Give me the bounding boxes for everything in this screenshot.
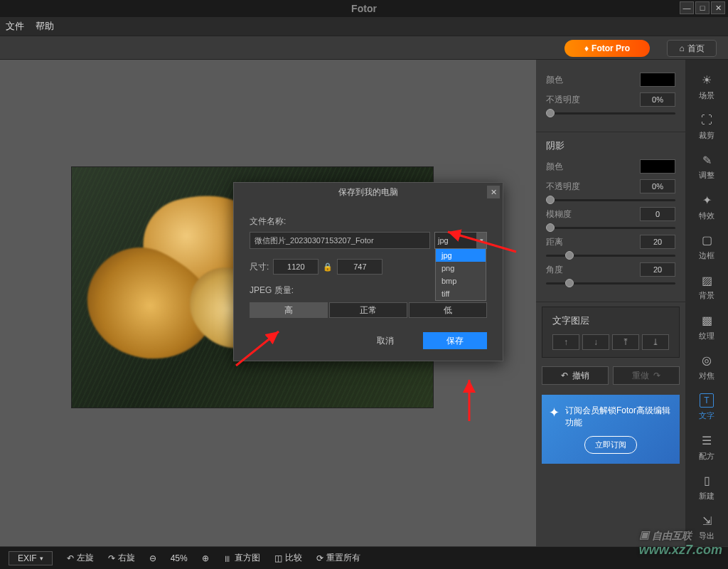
rail-adjust[interactable]: ✎调整 xyxy=(690,149,724,186)
sparkle-icon: ✦ xyxy=(549,405,560,420)
lock-icon[interactable]: 🔒 xyxy=(323,262,333,272)
rail-recipe[interactable]: ☰配方 xyxy=(690,429,724,466)
filename-label: 文件名称: xyxy=(250,216,487,228)
undo-button[interactable]: ↶ 撤销 xyxy=(542,366,609,385)
layers-header: 文字图层 xyxy=(552,314,669,327)
quality-high-button[interactable]: 高 xyxy=(250,302,328,318)
layer-down-button[interactable]: ↓ xyxy=(582,334,609,350)
diamond-icon: ♦ xyxy=(584,43,589,53)
redo-label: 重做 xyxy=(632,370,649,382)
angle-value[interactable]: 20 xyxy=(640,262,675,277)
opacity-value[interactable]: 0% xyxy=(640,92,675,107)
filename-input[interactable] xyxy=(250,232,430,249)
chevron-down-icon: ▾ xyxy=(40,555,43,562)
reset-icon: ⟳ xyxy=(316,553,323,563)
format-dropdown: jpg png bmp tiff xyxy=(435,248,486,301)
file-icon: ▯ xyxy=(700,474,714,488)
fotor-pro-button[interactable]: ♦ Fotor Pro xyxy=(564,40,650,57)
size-label: 尺寸: xyxy=(250,261,269,273)
exif-button[interactable]: EXIF ▾ xyxy=(9,551,53,565)
subscribe-button[interactable]: 立即订阅 xyxy=(584,436,637,454)
shadow-opacity-value[interactable]: 0% xyxy=(640,179,675,193)
blur-label: 模糊度 xyxy=(546,208,572,220)
distance-slider[interactable] xyxy=(546,255,675,257)
rotate-left-icon: ↶ xyxy=(67,553,74,563)
texture-icon: ▩ xyxy=(700,314,714,328)
menu-bar: 文件 帮助 xyxy=(0,17,728,36)
rotate-right-button[interactable]: ↷右旋 xyxy=(108,552,135,564)
home-button[interactable]: ⌂ 首页 xyxy=(667,40,717,57)
color-swatch[interactable] xyxy=(640,73,675,87)
compare-button[interactable]: ◫比较 xyxy=(274,552,302,564)
menu-help[interactable]: 帮助 xyxy=(36,20,54,33)
rotate-left-button[interactable]: ↶左旋 xyxy=(67,552,94,564)
list-icon: ☰ xyxy=(700,434,714,448)
close-button[interactable]: ✕ xyxy=(711,1,725,14)
zoom-level[interactable]: 45% xyxy=(171,553,188,563)
quality-normal-button[interactable]: 正常 xyxy=(329,302,407,318)
shadow-opacity-slider[interactable] xyxy=(546,199,675,201)
angle-slider[interactable] xyxy=(546,282,675,284)
distance-label: 距离 xyxy=(546,236,563,248)
rail-texture[interactable]: ▩纹理 xyxy=(690,309,724,346)
cancel-button[interactable]: 取消 xyxy=(353,332,417,349)
save-button[interactable]: 保存 xyxy=(423,332,487,349)
rail-text[interactable]: T文字 xyxy=(690,389,724,426)
dialog-header[interactable]: 保存到我的电脑 ✕ xyxy=(234,183,503,201)
title-bar: Fotor — □ ✕ xyxy=(0,0,728,17)
histogram-icon: ⫼ xyxy=(223,553,232,563)
blur-slider[interactable] xyxy=(546,227,675,229)
angle-label: 角度 xyxy=(546,264,563,276)
top-toolbar: ♦ Fotor Pro ⌂ 首页 xyxy=(0,36,728,60)
format-option-bmp[interactable]: bmp xyxy=(436,275,486,287)
shadow-color-label: 颜色 xyxy=(546,161,563,173)
format-select[interactable]: jpg ▾ jpg png bmp tiff xyxy=(434,232,487,249)
rail-background[interactable]: ▨背景 xyxy=(690,269,724,306)
tool-rail: ☀场景 ⛶裁剪 ✎调整 ✦特效 ▢边框 ▨背景 ▩纹理 ◎对焦 T文字 ☰配方 … xyxy=(685,60,728,546)
dialog-close-button[interactable]: ✕ xyxy=(487,186,500,198)
text-icon: T xyxy=(700,393,714,408)
redo-icon: ↷ xyxy=(653,371,660,381)
zoom-out-button[interactable]: ⊖ xyxy=(149,553,156,563)
blur-value[interactable]: 0 xyxy=(640,207,675,221)
redo-button[interactable]: 重做 ↷ xyxy=(613,366,680,385)
rail-new[interactable]: ▯新建 xyxy=(690,469,724,506)
menu-file[interactable]: 文件 xyxy=(6,20,24,33)
undo-icon: ↶ xyxy=(561,371,568,381)
properties-panel: 颜色 不透明度 0% 阴影 颜色 不透明度 0% 模糊度 0 xyxy=(536,60,685,546)
zoom-in-icon: ⊕ xyxy=(202,553,209,563)
format-selected: jpg xyxy=(438,236,449,245)
border-icon: ▢ xyxy=(700,233,714,248)
save-dialog: 保存到我的电脑 ✕ 文件名称: jpg ▾ jpg png bmp tiff 尺… xyxy=(233,182,503,361)
rail-export[interactable]: ⇲导出 xyxy=(690,509,724,546)
maximize-button[interactable]: □ xyxy=(695,1,710,14)
width-input[interactable] xyxy=(273,259,318,275)
shadow-section: 阴影 颜色 不透明度 0% 模糊度 0 距离 20 角度 20 xyxy=(536,132,685,302)
shadow-color-swatch[interactable] xyxy=(640,159,675,174)
format-option-jpg[interactable]: jpg xyxy=(436,249,486,262)
target-icon: ◎ xyxy=(700,353,714,368)
layer-up-button[interactable]: ↑ xyxy=(552,334,579,350)
height-input[interactable] xyxy=(337,259,382,275)
minimize-button[interactable]: — xyxy=(680,1,694,14)
histogram-button[interactable]: ⫼直方图 xyxy=(223,552,260,564)
promo-text: 订阅会员解锁Fotor高级编辑功能 xyxy=(565,405,673,429)
format-option-tiff[interactable]: tiff xyxy=(436,287,486,300)
opacity-slider[interactable] xyxy=(546,112,675,115)
rail-focus[interactable]: ◎对焦 xyxy=(690,349,724,385)
format-option-png[interactable]: png xyxy=(436,262,486,275)
quality-low-button[interactable]: 低 xyxy=(409,302,487,318)
rail-border[interactable]: ▢边框 xyxy=(690,228,724,265)
image-icon: ▨ xyxy=(700,273,714,287)
zoom-in-button[interactable]: ⊕ xyxy=(202,553,209,563)
reset-all-button[interactable]: ⟳重置所有 xyxy=(316,552,360,564)
layer-top-button[interactable]: ⤒ xyxy=(612,334,639,350)
rail-effects[interactable]: ✦特效 xyxy=(690,188,724,225)
distance-value[interactable]: 20 xyxy=(640,235,675,249)
layer-bottom-button[interactable]: ⤓ xyxy=(642,334,669,350)
rail-crop[interactable]: ⛶裁剪 xyxy=(690,108,724,145)
home-label: 首页 xyxy=(687,43,705,55)
bottom-bar: EXIF ▾ ↶左旋 ↷右旋 ⊖ 45% ⊕ ⫼直方图 ◫比较 ⟳重置所有 xyxy=(0,546,728,569)
rail-scene[interactable]: ☀场景 xyxy=(690,68,724,105)
rotate-right-icon: ↷ xyxy=(108,553,115,563)
